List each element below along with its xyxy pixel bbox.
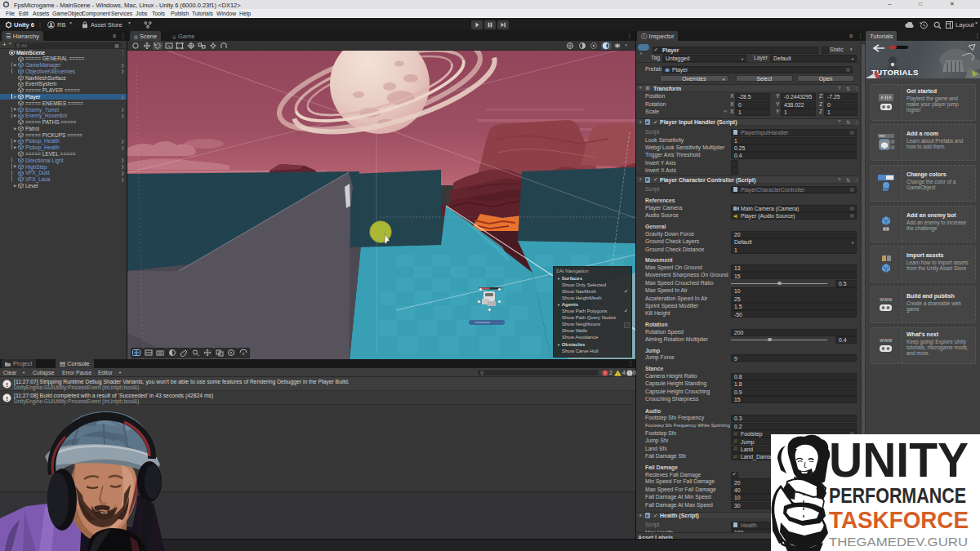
svg-text:TASKFORCE: TASKFORCE (829, 506, 969, 533)
svg-text:UNITY: UNITY (829, 434, 969, 487)
svg-text:www: www (879, 296, 893, 302)
svg-text:!: ! (617, 371, 618, 376)
svg-text:PERFORMANCE: PERFORMANCE (829, 483, 966, 508)
svg-text:www: www (879, 337, 893, 343)
svg-text:!: ! (6, 395, 8, 402)
svg-text:THEGAMEDEV.GURU: THEGAMEDEV.GURU (829, 535, 968, 549)
svg-text:!: ! (6, 381, 8, 389)
